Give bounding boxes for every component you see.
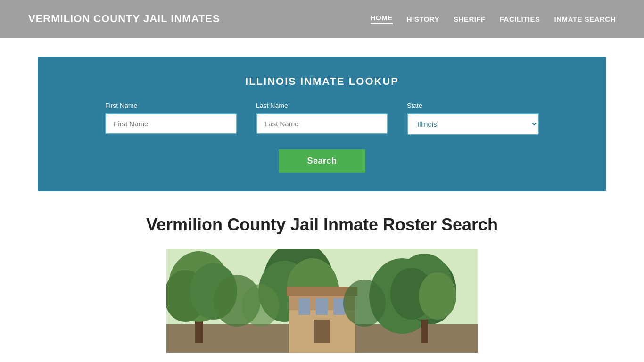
first-name-group: First Name bbox=[105, 102, 237, 135]
svg-rect-22 bbox=[314, 320, 330, 343]
nav-inmate-search[interactable]: INMATE SEARCH bbox=[554, 15, 616, 23]
svg-rect-19 bbox=[298, 298, 310, 315]
nav-sheriff[interactable]: SHERIFF bbox=[454, 15, 486, 23]
state-group: State Illinois Alabama Alaska Arizona Ar… bbox=[407, 102, 539, 135]
search-form: First Name Last Name State Illinois Alab… bbox=[61, 102, 583, 173]
first-name-label: First Name bbox=[105, 102, 237, 109]
svg-point-15 bbox=[419, 272, 456, 320]
site-title: VERMILION COUNTY JAIL INMATES bbox=[28, 13, 220, 25]
first-name-input[interactable] bbox=[105, 113, 237, 134]
scene-illustration bbox=[166, 249, 478, 353]
state-label: State bbox=[407, 102, 539, 109]
content-section: Vermilion County Jail Inmate Roster Sear… bbox=[0, 191, 644, 362]
last-name-label: Last Name bbox=[256, 102, 388, 109]
nav-facilities[interactable]: FACILITIES bbox=[500, 15, 540, 23]
search-button[interactable]: Search bbox=[279, 149, 365, 173]
state-select[interactable]: Illinois Alabama Alaska Arizona Arkansas… bbox=[407, 113, 539, 135]
nav-history[interactable]: HISTORY bbox=[407, 15, 439, 23]
search-panel: ILLINOIS INMATE LOOKUP First Name Last N… bbox=[38, 57, 606, 191]
main-nav: HOME HISTORY SHERIFF FACILITIES INMATE S… bbox=[371, 14, 616, 24]
building-image bbox=[166, 249, 478, 353]
last-name-group: Last Name bbox=[256, 102, 388, 135]
svg-rect-20 bbox=[316, 298, 328, 315]
content-title: Vermilion County Jail Inmate Roster Sear… bbox=[38, 215, 606, 235]
svg-point-25 bbox=[242, 284, 280, 327]
svg-point-24 bbox=[343, 280, 386, 327]
search-panel-title: ILLINOIS INMATE LOOKUP bbox=[61, 75, 583, 88]
nav-home[interactable]: HOME bbox=[371, 14, 393, 24]
main-content: ILLINOIS INMATE LOOKUP First Name Last N… bbox=[0, 38, 644, 362]
site-header: VERMILION COUNTY JAIL INMATES HOME HISTO… bbox=[0, 0, 644, 38]
form-fields-row: First Name Last Name State Illinois Alab… bbox=[61, 102, 583, 135]
last-name-input[interactable] bbox=[256, 113, 388, 134]
